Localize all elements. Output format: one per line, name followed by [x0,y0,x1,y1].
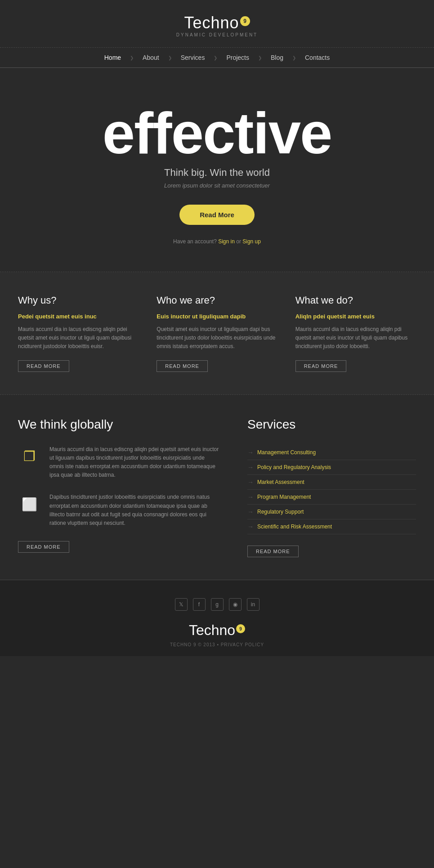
service-link-program[interactable]: Program Management [257,494,311,500]
service-link-policy[interactable]: Policy and Regulatory Analysis [257,464,331,470]
google-plus-icon[interactable]: g [211,598,224,611]
hero-sub-text: Lorem ipsum dolor sit amet consectetuer [0,182,434,189]
service-link-market[interactable]: Market Assessment [257,479,304,485]
feature-item-1: ❐ Mauris accuml dia in lacus ediscng ali… [18,445,220,480]
what-we-do-read-more-button[interactable]: READ MORE [295,360,347,372]
think-globally-read-more-button[interactable]: READ MORE [18,541,69,553]
service-link-regulatory[interactable]: Regulatory Support [257,509,304,515]
arrow-icon: → [247,523,254,530]
read-more-button[interactable]: Read More [179,205,255,225]
footer-copyright: TECHNO 9 © 2013 • PRIVACY POLICY [0,642,434,647]
nav-contacts[interactable]: Contacts [296,54,339,61]
why-us-text: Mauris accuml dia in lacus ediscng aliql… [18,325,139,351]
hero-account-text: Have an account? Sign in or Sign up [0,238,434,245]
who-we-are-title: Who we are? [157,295,277,306]
logo: Techno9 DYNAMIC DEVELOPMENT [176,13,258,37]
linkedin-icon[interactable]: in [247,598,260,611]
service-link-scientific[interactable]: Scientific and Risk Assessment [257,523,332,530]
rss-icon[interactable]: ◉ [229,598,242,611]
docs-icon: ❐ [18,445,40,468]
services-section: Services → Management Consulting → Polic… [247,417,416,557]
bottom-section: We think globally ❐ Mauris accuml dia in… [0,395,434,580]
list-item: → Management Consulting [247,445,416,460]
what-we-do-text: Mauris accuml dia in lacus ediscng aliql… [295,325,416,351]
why-us-read-more-button[interactable]: READ MORE [18,360,69,372]
nav-sep-4: ❯ [258,55,262,60]
footer-logo: Techno9 [0,622,434,639]
footer: 𝕏 f g ◉ in Techno9 TECHNO 9 © 2013 • PRI… [0,580,434,656]
why-us-subtitle: Pedei quetsit amet euis inuc [18,313,139,320]
who-we-are-text: Quetsit amet euis inuctor ut liguliquam … [157,325,277,351]
feature-item-2: ⬜ Dapibus tincidturent justlor loboeitti… [18,493,220,528]
what-we-do-column: What we do? Aliqln pdei quetsit amet eui… [295,295,416,372]
who-we-are-subtitle: Euis inuctor ut liguliquam dapib [157,313,277,320]
list-item: → Market Assessment [247,475,416,490]
why-us-column: Why us? Pedei quetsit amet euis inuc Mau… [18,295,139,372]
nav-projects[interactable]: Projects [217,54,258,61]
nav-services[interactable]: Services [172,54,214,61]
list-item: → Policy and Regulatory Analysis [247,460,416,475]
nav-sep-2: ❯ [168,55,172,60]
think-globally-section: We think globally ❐ Mauris accuml dia in… [18,417,220,557]
what-we-do-subtitle: Aliqln pdei quetsit amet euis [295,313,416,320]
services-list: → Management Consulting → Policy and Reg… [247,445,416,534]
twitter-icon[interactable]: 𝕏 [175,598,188,611]
who-we-are-read-more-button[interactable]: READ MORE [157,360,208,372]
footer-logo-text: Techno [189,622,235,638]
logo-text: Techno [184,13,239,32]
who-we-are-column: Who we are? Euis inuctor ut liguliquam d… [157,295,277,372]
list-item: → Regulatory Support [247,505,416,519]
services-title: Services [247,417,416,432]
nav-about[interactable]: About [134,54,168,61]
what-we-do-title: What we do? [295,295,416,306]
list-item: → Scientific and Risk Assessment [247,519,416,534]
sign-in-link[interactable]: Sign in [218,238,235,245]
three-columns-section: Why us? Pedei quetsit amet euis inuc Mau… [0,272,434,395]
sign-up-link[interactable]: Sign up [242,238,261,245]
nav-blog[interactable]: Blog [262,54,292,61]
arrow-icon: → [247,464,254,471]
arrow-icon: → [247,493,254,501]
service-link-management[interactable]: Management Consulting [257,449,316,456]
arrow-icon: → [247,508,254,515]
arrow-icon: → [247,449,254,456]
nav-sep-1: ❯ [130,55,134,60]
facebook-icon[interactable]: f [193,598,206,611]
laptop-icon: ⬜ [18,493,40,515]
hero-section: effective Think big. Win the world Lorem… [0,68,434,272]
hero-tagline: Think big. Win the world [0,167,434,179]
footer-logo-badge: 9 [236,624,245,633]
social-icons: 𝕏 f g ◉ in [0,598,434,611]
logo-sub: DYNAMIC DEVELOPMENT [176,32,258,37]
list-item: → Program Management [247,490,416,505]
nav-sep-3: ❯ [214,55,217,60]
services-read-more-button[interactable]: READ MORE [247,546,299,557]
nav-home[interactable]: Home [95,54,130,61]
header: Techno9 DYNAMIC DEVELOPMENT [0,0,434,47]
hero-big-text: effective [0,104,434,162]
think-globally-title: We think globally [18,417,220,432]
logo-badge: 9 [240,16,250,26]
nav-sep-5: ❯ [292,55,296,60]
feature-text-2: Dapibus tincidturent justlor loboeittis … [49,493,220,528]
why-us-title: Why us? [18,295,139,306]
feature-text-1: Mauris accuml dia in lacus ediscng aliql… [49,445,220,480]
arrow-icon: → [247,479,254,486]
navigation: Home ❯ About ❯ Services ❯ Projects ❯ Blo… [0,47,434,68]
